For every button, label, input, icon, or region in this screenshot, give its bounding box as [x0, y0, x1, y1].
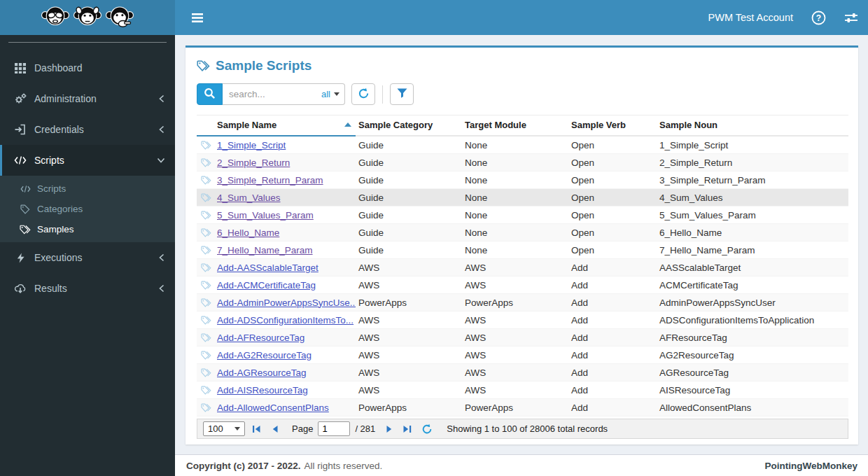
- sample-category-cell: AWS: [356, 385, 462, 396]
- column-header-sample-category[interactable]: Sample Category: [356, 115, 462, 136]
- page-size-select[interactable]: 100: [203, 421, 245, 436]
- sample-name-link[interactable]: Add-AllowedConsentPlans: [217, 402, 329, 413]
- sample-name-link[interactable]: Add-AFResourceTag: [217, 332, 304, 343]
- table-header-row: Sample Name Sample Category Target Modul…: [197, 115, 848, 136]
- sample-name-link[interactable]: Add-AGResourceTag: [217, 368, 307, 378]
- filter-funnel-icon: [397, 88, 407, 100]
- sample-noun-cell: ACMCertificateTag: [657, 280, 848, 290]
- filter-button[interactable]: [390, 83, 414, 105]
- target-module-cell: None: [462, 245, 568, 255]
- see-no-evil-monkey-icon: [41, 5, 69, 30]
- column-header-sample-verb[interactable]: Sample Verb: [568, 115, 657, 136]
- sample-noun-cell: 3_Simple_Return_Param: [657, 175, 848, 186]
- search-scope-select[interactable]: all: [321, 83, 340, 105]
- sample-verb-cell: Open: [568, 140, 657, 150]
- sample-name-link[interactable]: Add-AdminPowerAppsSyncUse...: [217, 298, 356, 308]
- target-module-cell: AWS: [462, 315, 568, 326]
- table-row: Add-AdminPowerAppsSyncUse... PowerApps P…: [197, 294, 848, 312]
- sample-noun-cell: AdminPowerAppsSyncUser: [657, 298, 848, 308]
- sample-noun-cell: AFResourceTag: [657, 332, 848, 343]
- sample-category-cell: AWS: [356, 332, 462, 343]
- target-module-cell: None: [462, 192, 568, 203]
- sample-category-cell: Guide: [356, 245, 462, 255]
- sample-name-link[interactable]: 5_Sum_Values_Param: [217, 210, 314, 220]
- column-label: Sample Category: [358, 120, 433, 130]
- chevron-left-icon: [158, 253, 165, 262]
- sidebar-item-credentials[interactable]: Credentials: [0, 114, 175, 145]
- row-tags-icon: [197, 368, 214, 378]
- row-tags-icon: [197, 315, 214, 326]
- sample-name-link[interactable]: 1_Simple_Script: [217, 140, 286, 150]
- row-tags-icon: [197, 175, 214, 186]
- sample-verb-cell: Open: [568, 158, 657, 168]
- sample-noun-cell: AllowedConsentPlans: [657, 402, 848, 413]
- sample-verb-cell: Open: [568, 192, 657, 203]
- sample-name-link[interactable]: 3_Simple_Return_Param: [217, 175, 323, 186]
- caret-down-icon: [234, 427, 240, 430]
- page-number-input[interactable]: [318, 421, 350, 436]
- sidebar-subitem-scripts[interactable]: Scripts: [0, 178, 175, 199]
- sidebar-item-label: Executions: [34, 252, 82, 263]
- sample-name-link[interactable]: 2_Simple_Return: [217, 158, 290, 168]
- sidebar-item-administration[interactable]: Administration: [0, 83, 175, 114]
- sample-name-link[interactable]: 6_Hello_Name: [217, 227, 279, 238]
- caret-down-icon: [334, 92, 340, 96]
- pointing-monkey-icon: [106, 5, 134, 30]
- sort-ascending-icon: [344, 122, 351, 127]
- column-header-sample-name[interactable]: Sample Name: [214, 115, 356, 136]
- row-tags-icon: [197, 332, 214, 343]
- row-tags-icon: [197, 158, 214, 168]
- pager-refresh-icon[interactable]: [419, 424, 435, 435]
- sliders-settings-icon[interactable]: [844, 12, 858, 24]
- account-menu[interactable]: PWM Test Account: [708, 12, 793, 23]
- sample-category-cell: Guide: [356, 210, 462, 220]
- row-tags-icon: [197, 245, 214, 255]
- sample-name-link[interactable]: Add-AG2ResourceTag: [217, 350, 312, 360]
- previous-page-button[interactable]: [269, 424, 281, 434]
- search-button[interactable]: [197, 83, 223, 105]
- copyright-text: Copyright (c) 2017 - 2022.: [186, 461, 301, 471]
- first-page-button[interactable]: [250, 424, 264, 434]
- sample-noun-cell: 1_Simple_Script: [657, 140, 848, 150]
- pager-status-text: Showing 1 to 100 of 28006 total records: [447, 424, 608, 434]
- app-logo[interactable]: [0, 0, 175, 35]
- sidebar-item-label: Scripts: [34, 155, 64, 166]
- sample-name-link[interactable]: Add-ADSConfigurationItemsTo...: [217, 315, 354, 326]
- target-module-cell: AWS: [462, 385, 568, 396]
- column-header-target-module[interactable]: Target Module: [462, 115, 568, 136]
- chevron-left-icon: [158, 94, 165, 103]
- column-header-sample-noun[interactable]: Sample Noun: [657, 115, 848, 136]
- help-icon[interactable]: ?: [811, 10, 826, 25]
- next-page-button[interactable]: [383, 424, 396, 434]
- sample-category-cell: Guide: [356, 158, 462, 168]
- refresh-button[interactable]: [351, 83, 375, 105]
- sample-category-cell: PowerApps: [356, 298, 462, 308]
- sample-noun-cell: 2_Simple_Return: [657, 158, 848, 168]
- target-module-cell: None: [462, 158, 568, 168]
- target-module-cell: PowerApps: [462, 298, 568, 308]
- sample-name-link[interactable]: Add-ACMCertificateTag: [217, 280, 316, 290]
- sample-noun-cell: 4_Sum_Values: [657, 192, 848, 203]
- sidebar-subitem-categories[interactable]: Categories: [0, 199, 175, 219]
- search-group: all: [197, 83, 345, 105]
- sidebar-item-label: Results: [34, 283, 67, 294]
- sidebar-subitem-samples[interactable]: Samples: [0, 219, 175, 239]
- sidebar-item-dashboard[interactable]: Dashboard: [0, 52, 175, 83]
- sidebar-item-executions[interactable]: Executions: [0, 242, 175, 273]
- last-page-button[interactable]: [400, 424, 414, 434]
- target-module-cell: None: [462, 140, 568, 150]
- hamburger-menu-icon[interactable]: [186, 6, 209, 29]
- column-label: Sample Verb: [571, 120, 626, 130]
- sidebar-subitem-label: Categories: [37, 204, 83, 214]
- table-row: 2_Simple_Return Guide None Open 2_Simple…: [197, 154, 848, 172]
- sample-name-link[interactable]: Add-AISResourceTag: [217, 385, 308, 396]
- sample-name-link[interactable]: 7_Hello_Name_Param: [217, 245, 313, 255]
- sample-noun-cell: AG2ResourceTag: [657, 350, 848, 360]
- sidebar-item-results[interactable]: Results: [0, 273, 175, 304]
- column-label: Sample Noun: [659, 120, 718, 130]
- sample-noun-cell: 7_Hello_Name_Param: [657, 245, 848, 255]
- sidebar-item-scripts[interactable]: Scripts: [0, 145, 175, 176]
- sample-name-link[interactable]: 4_Sum_Values: [217, 192, 281, 203]
- sample-name-link[interactable]: Add-AASScalableTarget: [217, 262, 318, 273]
- monkey-hands-up-icon: [74, 5, 102, 30]
